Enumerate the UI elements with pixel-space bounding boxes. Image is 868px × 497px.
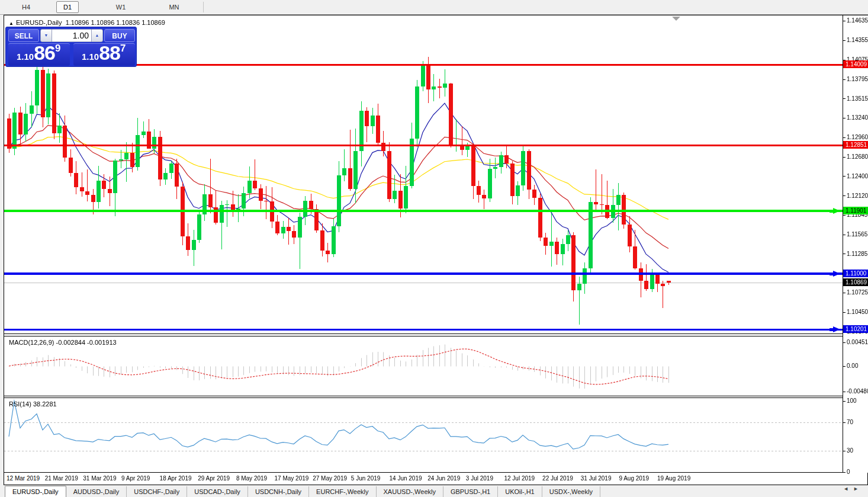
arrow-up-icon: ▲	[95, 33, 99, 37]
timeframe-button-h4[interactable]: H4	[15, 1, 37, 13]
tab-xauusdweekly[interactable]: XAUUSD-,Weekly	[377, 486, 443, 497]
date-tick-label: 29 Apr 2019	[198, 475, 230, 482]
price-axis[interactable]: 1.146351.143551.140751.137951.135151.132…	[843, 15, 868, 473]
volume-increase-button[interactable]: ▲	[91, 29, 103, 42]
tab-scroll-left-icon[interactable]: ◄	[843, 486, 853, 492]
timeframe-button-w1[interactable]: W1	[110, 1, 132, 13]
axis-tick-dash	[843, 293, 846, 293]
sell-button[interactable]: SELL	[8, 29, 39, 42]
axis-tick-value: 1.13795	[847, 76, 868, 82]
tab-usdxweekly[interactable]: USDX-,Weekly	[542, 486, 600, 497]
tab-usdcnhdaily[interactable]: USDCNH-,Daily	[248, 486, 309, 497]
axis-tick-label: 0.00	[843, 363, 858, 369]
tab-scroll-right-icon[interactable]: ►	[853, 486, 863, 492]
axis-tick-value: 1.12680	[847, 153, 868, 160]
date-tick-label: 18 Apr 2019	[160, 475, 192, 482]
date-tick-label: 24 Jun 2019	[427, 475, 460, 482]
axis-tick-value: 1.10725	[847, 289, 868, 296]
date-tick-label: 17 May 2019	[275, 475, 309, 482]
axis-tick-dash	[843, 401, 846, 402]
rsi-label: RSI(14) 38.2281	[9, 400, 57, 408]
pane-separator[interactable]	[4, 334, 867, 334]
macd-indicator-canvas[interactable]	[4, 337, 843, 396]
tab-ukoilh1[interactable]: UKOil-,H1	[498, 486, 542, 497]
rsi-indicator-canvas[interactable]	[4, 399, 843, 473]
collapse-panel-icon[interactable]: ▲	[9, 21, 14, 26]
axis-tick-dash	[843, 472, 846, 473]
axis-tick-label: -0.004806	[843, 388, 868, 395]
one-click-trading-panel: SELL ▼ 1.00 ▲ BUY 1.10869 1.10887	[5, 27, 137, 67]
axis-tick-label: 1.11285	[843, 251, 867, 257]
chart-ohlc-header: ▲EURUSD-,Daily 1.10896 1.10896 1.10836 1…	[9, 19, 165, 26]
pane-separator[interactable]	[4, 336, 867, 336]
buy-price-display[interactable]: 1.10887	[73, 43, 135, 66]
axis-tick-label: 1.14355	[843, 37, 868, 43]
axis-tick-value: 0	[847, 469, 850, 475]
date-tick-label: 9 Aug 2019	[619, 475, 649, 482]
pane-separator[interactable]	[4, 397, 867, 398]
sell-price-pip: 9	[55, 43, 60, 54]
axis-tick-dash	[843, 235, 846, 235]
axis-tick-value: 1.13515	[847, 95, 868, 102]
axis-tick-value: 1.11565	[847, 231, 867, 238]
axis-tick-value: 0.00	[847, 363, 858, 369]
mt4-terminal: H4D1W1MN 1.146351.143551.140751.137951.1…	[0, 0, 868, 497]
toolbar-separator	[203, 2, 204, 12]
tab-usdchfdaily[interactable]: USDCHF-,Daily	[127, 486, 187, 497]
date-tick-label: 3 Jul 2019	[466, 475, 493, 482]
axis-tick-value: 1.14635	[847, 17, 868, 24]
volume-decrease-button[interactable]: ▼	[40, 29, 52, 42]
buy-price-pip: 7	[120, 43, 126, 54]
price-line-badge: 1.10201	[843, 325, 868, 333]
timeframe-button-d1[interactable]: D1	[56, 1, 79, 13]
timeframe-button-mn[interactable]: MN	[163, 1, 185, 13]
price-line-badge: 1.12851	[843, 141, 868, 149]
axis-tick-dash	[843, 176, 846, 177]
arrow-down-icon: ▼	[44, 33, 49, 37]
chart-tab-bar: EURUSD-,DailyAUDUSD-,DailyUSDCHF-,DailyU…	[0, 486, 868, 497]
chart-tabs: EURUSD-,DailyAUDUSD-,DailyUSDCHF-,DailyU…	[0, 488, 600, 495]
sell-price-display[interactable]: 1.10869	[8, 43, 70, 66]
price-line-badge: 1.14009	[843, 60, 868, 68]
axis-tick-dash	[843, 157, 846, 158]
axis-tick-dash	[843, 254, 846, 254]
axis-tick-dash	[843, 79, 846, 80]
volume-input[interactable]: 1.00	[52, 29, 91, 42]
date-tick-label: 8 May 2019	[236, 475, 267, 482]
sell-price-prefix: 1.10	[17, 52, 34, 62]
axis-tick-dash	[843, 451, 846, 451]
axis-tick-dash	[843, 312, 846, 313]
chart-shift-marker-icon[interactable]	[672, 17, 680, 21]
date-tick-label: 12 Mar 2019	[7, 475, 40, 482]
symbol-period-label: EURUSD-,Daily	[16, 19, 62, 26]
macd-label: MACD(12,26,9) -0.002844 -0.001913	[9, 339, 117, 346]
axis-tick-dash	[843, 215, 846, 216]
chart-window: 1.146351.143551.140751.137951.135151.132…	[4, 15, 868, 485]
tab-usdcaddaily[interactable]: USDCAD-,Daily	[187, 486, 248, 497]
tab-scroll-arrows: ◄►	[843, 486, 863, 492]
axis-tick-label: 1.11565	[843, 231, 867, 238]
axis-tick-label: 1.12960	[843, 134, 868, 140]
buy-button[interactable]: BUY	[104, 29, 135, 42]
buy-price-prefix: 1.10	[82, 52, 99, 62]
axis-tick-value: 70	[847, 419, 853, 425]
axis-tick-dash	[843, 40, 846, 41]
axis-tick-label: 30	[843, 447, 853, 454]
price-line-badge: 1.11000	[843, 270, 868, 277]
axis-tick-value: -0.004806	[847, 388, 868, 395]
tab-audusddaily[interactable]: AUDUSD-,Daily	[66, 486, 127, 497]
axis-tick-value: 1.12960	[847, 134, 868, 140]
timeframe-toolbar: H4D1W1MN	[0, 0, 868, 15]
current-price-badge: 1.10869	[843, 278, 868, 286]
axis-tick-dash	[843, 366, 846, 367]
axis-tick-dash	[843, 137, 846, 138]
pane-separator[interactable]	[4, 396, 867, 396]
date-tick-label: 5 Jun 2019	[351, 475, 381, 482]
axis-tick-value: 1.10450	[847, 309, 868, 315]
tab-eurusddaily[interactable]: EURUSD-,Daily	[5, 486, 66, 497]
axis-tick-value: 30	[847, 447, 853, 454]
buy-price-big: 88	[99, 41, 120, 64]
axis-tick-value: 100	[847, 397, 857, 404]
tab-gbpusdh1[interactable]: GBPUSD-,H1	[443, 486, 498, 497]
tab-eurchfweekly[interactable]: EURCHF-,Weekly	[309, 486, 376, 497]
